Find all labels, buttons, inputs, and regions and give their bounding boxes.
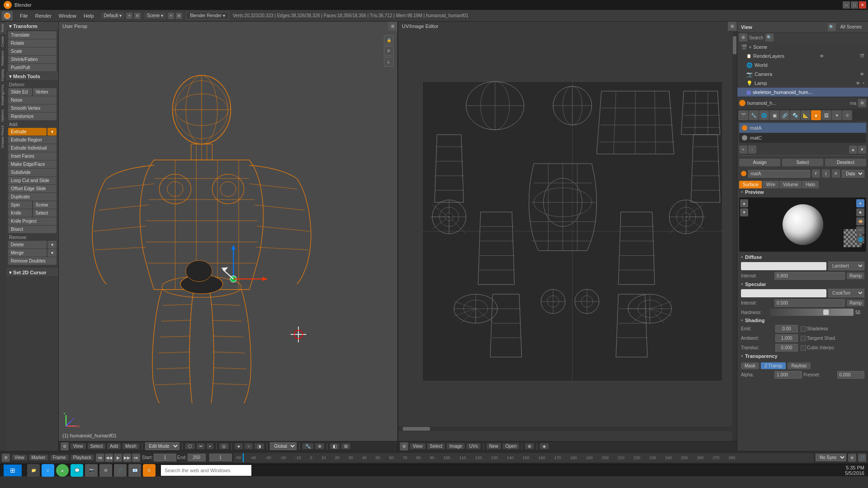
play-end-btn[interactable]: ⏭ — [132, 454, 140, 462]
rotate-button[interactable]: Rotate — [8, 39, 57, 47]
3d-icon-btn[interactable]: ⚙ — [61, 442, 69, 450]
maximize-button[interactable]: □ — [851, 1, 858, 9]
mat-move-up-btn[interactable]: ▲ — [849, 145, 857, 154]
outliner-search-btn[interactable]: 🔍 — [828, 23, 836, 31]
slide-ed-button[interactable]: Slide Ed — [8, 88, 32, 96]
loop-cut-slide-button[interactable]: Loop Cut and Slide — [8, 177, 57, 184]
scene-remove[interactable]: ✕ — [176, 13, 182, 19]
timeline-frame-btn[interactable]: Frame — [50, 455, 69, 460]
extrude-region-button[interactable]: Extrude Region — [8, 136, 57, 144]
prop-settings-btn[interactable]: ⚙ — [858, 99, 866, 107]
uv-open-btn[interactable]: Open — [503, 443, 519, 449]
taskbar-icon-4[interactable]: 💬 — [71, 464, 83, 477]
outliner-item-scene[interactable]: 🎬 ▾ Scene — [737, 42, 868, 52]
menu-window[interactable]: Window — [55, 12, 80, 19]
diffuse-ramp-btn[interactable]: Ramp — [847, 272, 864, 279]
3d-view-btn[interactable]: View — [71, 443, 86, 449]
fresnel-value[interactable]: 0.000 — [837, 371, 865, 379]
transluc-value[interactable]: 0.000 — [775, 344, 798, 352]
delete-dropdown[interactable]: ▾ — [47, 241, 57, 249]
taskbar-icon-7[interactable]: 🎵 — [114, 464, 127, 477]
shading-rendered-btn[interactable]: ◑ — [255, 443, 264, 449]
inset-faces-button[interactable]: Inset Faces — [8, 152, 57, 160]
preview-cube-btn[interactable]: ■ — [856, 208, 864, 216]
spin-button[interactable]: Spin — [8, 201, 32, 209]
blender-icon-btn[interactable] — [2, 11, 13, 20]
prop-tab-scene[interactable]: 🔧 — [749, 110, 759, 120]
proportional-btn[interactable]: ◎ — [219, 443, 229, 449]
step-forward-btn[interactable]: ▶▶ — [123, 454, 131, 462]
uv-select-btn[interactable]: Select — [427, 443, 445, 449]
knife-project-button[interactable]: Knife Project — [8, 217, 57, 225]
prop-tab-particles[interactable]: ✦ — [832, 110, 842, 120]
taskbar-icon-9[interactable]: B — [143, 464, 156, 477]
face-mode-btn[interactable]: ▪ — [207, 443, 214, 449]
uv-stretch-btn[interactable]: ◈ — [540, 443, 549, 449]
menu-help[interactable]: Help — [80, 12, 98, 19]
extrude-button[interactable]: Extrude — [8, 128, 47, 136]
nla-btn[interactable]: 🎵 — [858, 454, 866, 462]
step-back-btn[interactable]: ◀◀ — [105, 454, 113, 462]
vtab-relations[interactable]: Relations — [0, 49, 6, 67]
material-name-input[interactable] — [748, 170, 810, 178]
diffuse-shader-select[interactable]: Lambert — [828, 262, 864, 270]
menu-file[interactable]: File — [16, 12, 32, 19]
shading-wire-btn[interactable]: ○ — [245, 443, 253, 449]
raytrace-btn[interactable]: Raytrac — [788, 362, 810, 369]
select-button[interactable]: Select — [33, 209, 57, 217]
cubic-checkbox[interactable] — [801, 345, 806, 351]
taskbar-icon-8[interactable]: 📧 — [128, 464, 141, 477]
outliner-item-world[interactable]: 🌐 World — [737, 61, 868, 70]
all-scenes-btn[interactable]: All Scenes — [838, 23, 864, 31]
viewport-3d[interactable]: User Persp ⊞ — [59, 22, 398, 441]
prop-tab-texture[interactable]: 🖼 — [821, 110, 831, 120]
start-button[interactable]: ⊞ — [4, 465, 22, 476]
prop-tab-object[interactable]: ▣ — [769, 110, 779, 120]
vtab-grease[interactable]: Grease Pencil — [0, 124, 6, 150]
uv-uvs-btn[interactable]: UVs — [467, 443, 481, 449]
engine-selector[interactable]: Blender Render ▾ — [186, 12, 229, 19]
vtab-tools[interactable]: Tools — [0, 22, 6, 34]
prop-tab-material[interactable]: ● — [811, 110, 821, 120]
uv-view-btn[interactable]: View — [410, 443, 425, 449]
xray-btn[interactable]: ◧ — [330, 443, 340, 449]
bisect-button[interactable]: Bisect — [8, 225, 57, 233]
play-btn[interactable]: ▶ — [114, 454, 122, 462]
alpha-value[interactable]: 1.000 — [774, 371, 802, 379]
uv-scrollbar-bottom[interactable] — [398, 427, 732, 431]
randomize-button[interactable]: Randomize — [8, 113, 57, 120]
preview-up-btn[interactable]: ▲ — [740, 199, 748, 207]
halo-tab[interactable]: Halo — [802, 181, 819, 188]
mat-f-btn[interactable]: F — [812, 169, 820, 178]
start-frame[interactable]: 1 — [154, 454, 176, 461]
search-btn[interactable]: 🔍 — [765, 33, 774, 42]
deselect-btn[interactable]: Deselect — [825, 159, 866, 166]
sync-select[interactable]: No Sync — [816, 454, 846, 461]
set-2d-cursor-header[interactable]: ▾ Set 2D Cursor — [6, 268, 58, 277]
prop-tab-physics[interactable]: ⚛ — [842, 110, 852, 120]
taskbar-icon-1[interactable]: 📁 — [27, 464, 40, 477]
shadeless-checkbox[interactable] — [801, 326, 806, 332]
uv-image-btn[interactable]: Image — [447, 443, 465, 449]
offset-edge-slide-button[interactable]: Offset Edge Slide — [8, 185, 57, 192]
shrink-fatten-button[interactable]: Shrink/Fatten — [8, 56, 57, 63]
layout-remove[interactable]: ✕ — [134, 13, 141, 19]
duplicate-button[interactable]: Duplicate — [8, 193, 57, 201]
mat-x-btn[interactable]: ✕ — [832, 169, 840, 178]
end-frame[interactable]: 250 — [188, 454, 206, 461]
ambient-value[interactable]: 1.000 — [775, 334, 798, 342]
layout-selector[interactable]: Default ▾ — [101, 12, 124, 19]
remove-doubles-button[interactable]: Remove Doubles — [8, 257, 57, 265]
material-item-matA[interactable]: matA — [739, 123, 866, 133]
translate-button[interactable]: Translate — [8, 31, 57, 39]
taskbar-icon-6[interactable]: ⚙ — [99, 464, 112, 477]
timeline-ruler[interactable]: -50 -40 -30 -20 -10 0 10 20 30 40 50 60 … — [234, 453, 814, 462]
uv-new-btn[interactable]: New — [486, 443, 501, 449]
merge-dropdown[interactable]: ▾ — [47, 249, 57, 257]
make-edge-face-button[interactable]: Make Edge/Face — [8, 160, 57, 168]
timeline-playback-btn[interactable]: Playback — [71, 455, 94, 460]
vtab-shading[interactable]: Shading/UVs — [0, 83, 6, 108]
material-item-matC[interactable]: matC — [739, 133, 866, 143]
surface-tab[interactable]: Surface — [739, 181, 762, 188]
mask-btn[interactable]: Mask — [741, 362, 759, 369]
